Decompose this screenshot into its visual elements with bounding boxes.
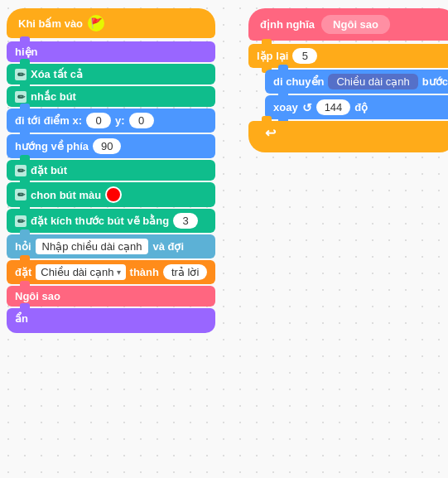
color-circle[interactable] — [105, 186, 122, 203]
define-block[interactable]: định nghĩa Ngôi sao — [248, 8, 448, 41]
block-ditoi[interactable]: đi tới điểm x: 0 y: 0 — [7, 109, 215, 133]
end-block: ↩ — [248, 121, 448, 152]
rotate-icon: ↺ — [302, 101, 312, 114]
dichuyen-suffix: bước — [422, 75, 448, 88]
pencil-icon5: ✏ — [15, 215, 26, 227]
y-label: y: — [115, 114, 125, 127]
nhacbut-label: nhắc bút — [31, 90, 76, 103]
block-xoay[interactable]: xoay ↺ 144 độ — [265, 95, 448, 119]
chonbutmau-label: chon bút màu — [31, 189, 101, 201]
y-value[interactable]: 0 — [129, 113, 154, 128]
block-chonbutmau[interactable]: ✏ chon bút màu — [7, 182, 215, 207]
xoay-label: xoay — [273, 101, 298, 113]
right-column: định nghĩa Ngôi sao lặp lại 5 di chuyển … — [248, 8, 448, 152]
datkichthuoc-label: đặt kích thước bút vẽ bằng — [31, 215, 169, 227]
dat-val[interactable]: trả lời — [163, 264, 207, 280]
block-dichuyen[interactable]: di chuyển Chiều dài cạnh bước — [265, 70, 448, 94]
hat-block[interactable]: Khi bấm vào 🚩 — [7, 8, 215, 38]
datbut-label: đặt bút — [31, 164, 67, 176]
thanh-label: thành — [130, 266, 159, 278]
hoi-and: và đợi — [152, 240, 184, 253]
ditoi-label: đi tới điểm x: — [15, 114, 82, 127]
ngoisao-label: Ngôi sao — [15, 290, 60, 302]
block-xoa[interactable]: ✏ Xóa tất cả — [7, 64, 215, 84]
pencil-icon4: ✏ — [15, 189, 26, 200]
xoay-suffix: độ — [354, 101, 368, 113]
dichuyen-var[interactable]: Chiều dài cạnh — [328, 74, 417, 89]
left-column: Khi bấm vào 🚩 hiện ✏ Xóa tất cả ✏ nhắc b… — [7, 8, 215, 333]
xoa-label: Xóa tất cả — [31, 68, 83, 80]
laplai-value[interactable]: 5 — [292, 48, 317, 64]
block-hoi[interactable]: hỏi Nhập chiều dài cạnh và đợi — [7, 234, 215, 258]
an-label: ẩn — [15, 312, 28, 325]
huongve-label: hướng về phía — [15, 140, 89, 152]
laplai-label: lặp lại — [257, 50, 288, 62]
block-huongve[interactable]: hướng về phía 90 — [7, 134, 215, 158]
block-datkichthuoc[interactable]: ✏ đặt kích thước bút vẽ bằng 3 — [7, 209, 215, 233]
block-an[interactable]: ẩn — [7, 308, 215, 333]
pencil-icon3: ✏ — [15, 165, 26, 176]
block-laplai[interactable]: lặp lại 5 — [248, 44, 448, 68]
hat-label: Khi bấm vào — [18, 17, 83, 30]
hoi-text[interactable]: Nhập chiều dài cạnh — [36, 239, 149, 254]
flag-icon: 🚩 — [88, 15, 104, 31]
block-datbut[interactable]: ✏ đặt bút — [7, 160, 215, 181]
dichuyen-label: di chuyển — [273, 75, 324, 88]
dat-label: đặt — [15, 266, 31, 278]
hoi-label: hỏi — [15, 240, 31, 253]
block-nhacbut[interactable]: ✏ nhắc bút — [7, 86, 215, 107]
dat-var[interactable]: Chiều dài cạnh — [36, 264, 125, 280]
block-dat[interactable]: đặt Chiều dài cạnh thành trả lời — [7, 260, 215, 284]
loop-arrow: ↩ — [265, 125, 276, 141]
kichthuoc-value[interactable]: 3 — [173, 213, 198, 229]
pencil-icon: ✏ — [15, 69, 26, 80]
xoay-value[interactable]: 144 — [316, 99, 351, 115]
hien-label: hiện — [15, 46, 38, 58]
define-prefix: định nghĩa — [260, 18, 315, 31]
block-ngoisao[interactable]: Ngôi sao — [7, 286, 215, 307]
define-name: Ngôi sao — [321, 15, 390, 34]
x-value[interactable]: 0 — [86, 113, 111, 128]
block-hien[interactable]: hiện — [7, 41, 215, 62]
pencil-icon2: ✏ — [15, 91, 26, 103]
huongve-value[interactable]: 90 — [93, 138, 121, 154]
